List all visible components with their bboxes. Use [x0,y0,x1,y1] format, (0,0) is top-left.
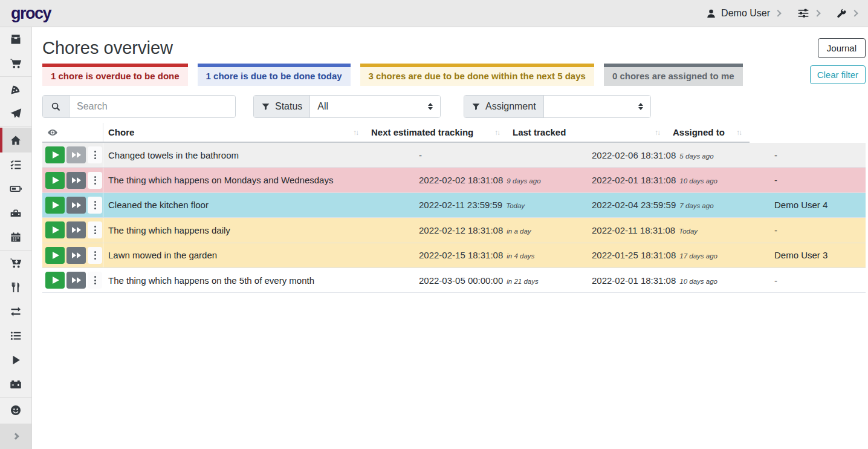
chevron-right-icon [12,433,19,439]
last-tracked-datetime: 2022-02-06 18:31:08 [592,150,676,160]
sidebar-item-feedback[interactable] [0,398,31,422]
banner-label: 3 chores are due to be done within the n… [360,67,594,86]
table-row: Cleaned the kitchen floor 2022-02-11 23:… [42,193,866,218]
next-tracking-datetime: 2022-02-11 23:59:59 [419,200,502,210]
next-tracking-datetime: 2022-02-12 18:31:08 [419,225,503,235]
chore-name: Cleaned the kitchen floor [103,200,414,210]
page-title: Chores overview [42,38,173,58]
status-banner-1[interactable]: 1 chore is due to be done today [198,64,351,86]
chevron-right-icon [814,10,820,16]
user-menu-label: Demo User [721,8,770,19]
track-chore-button[interactable] [45,172,65,189]
chore-context-menu-button[interactable] [88,221,102,238]
table-row: The thing which happens on the 5th of ev… [42,268,866,293]
column-header-chore[interactable]: Chore [103,123,366,142]
track-chore-button[interactable] [45,272,65,289]
row-actions [42,143,103,167]
status-select[interactable]: All [310,96,440,117]
settings-menu[interactable] [797,7,820,19]
next-tracking-cell: - [414,150,587,160]
sidebar-item-chore-tracking[interactable] [0,348,31,372]
last-tracked-cell: 2022-01-25 18:31:0817 days ago [587,250,769,260]
last-tracked-cell: 2022-02-01 18:31:0810 days ago [587,275,769,286]
skip-chore-button[interactable] [66,247,86,264]
fast-forward-icon [72,277,76,283]
column-header-last-tracked[interactable]: Last tracked [508,123,668,142]
play-icon [53,277,59,284]
clear-filter-button[interactable]: Clear filter [810,65,866,84]
track-chore-button[interactable] [45,221,65,238]
user-menu[interactable]: Demo User [706,8,780,19]
visibility-column-header [42,123,103,142]
skip-chore-button[interactable] [66,272,86,289]
sidebar-item-equipment[interactable] [0,201,31,225]
sidebar-divider [0,76,31,77]
next-tracking-relative: in 21 days [507,278,538,285]
admin-menu[interactable] [837,8,857,19]
status-banner-0[interactable]: 1 chore is overdue to be done [42,64,188,86]
last-tracked-datetime: 2022-02-11 18:31:08 [592,225,675,235]
row-actions [42,193,103,217]
sidebar-item-calendar[interactable] [0,225,31,249]
sidebar-item-transfer[interactable] [0,300,31,324]
table-row: The thing which happens on Mondays and W… [42,168,866,192]
table-row: Lawn mowed in the garden 2022-02-15 18:3… [42,243,866,268]
paper-plane-icon [10,108,22,120]
table-row: The thing which happens daily 2022-02-12… [42,218,866,243]
list-icon [10,330,22,342]
next-tracking-datetime: 2022-03-05 00:00:00 [419,275,503,286]
sidebar-item-meal-plan[interactable] [0,102,31,126]
chore-context-menu-button[interactable] [88,146,102,163]
sidebar-expand-button[interactable] [0,424,31,449]
status-banner-2[interactable]: 3 chores are due to be done within the n… [360,64,594,86]
status-banner-3[interactable]: 0 chores are assigned to me [604,64,743,86]
status-filter-group: Status All [253,95,441,118]
skip-chore-button[interactable] [66,221,86,238]
status-banner-row: 1 chore is overdue to be done 1 chore is… [42,64,866,86]
column-header-next-tracking[interactable]: Next estimated tracking [366,123,508,142]
sidebar-item-consume[interactable] [0,275,31,300]
journal-button[interactable]: Journal [818,38,866,58]
battery-icon [10,183,22,195]
track-chore-button[interactable] [45,146,65,163]
sidebar-item-purchase[interactable] [0,251,31,275]
search-input[interactable] [70,96,235,117]
last-tracked-datetime: 2022-02-04 23:59:59 [592,200,676,210]
assignment-select[interactable] [544,96,650,117]
search-icon [51,102,61,112]
last-tracked-relative: 10 days ago [679,278,717,285]
select-caret-icon [638,103,643,110]
calendar-icon [10,231,22,243]
column-header-assigned-to[interactable]: Assigned to [668,123,750,142]
sidebar-item-inventory[interactable] [0,324,31,348]
row-actions [42,218,103,242]
sidebar-item-shopping-list[interactable] [0,51,31,76]
last-tracked-relative: 17 days ago [679,252,717,260]
table-header: Chore Next estimated tracking Last track… [42,123,750,143]
skip-chore-button[interactable] [66,197,86,214]
chore-name: The thing which happens on Mondays and W… [103,175,414,185]
track-chore-button[interactable] [45,197,65,214]
toolbox-icon [10,207,22,219]
cart-plus-icon [10,257,22,269]
sidebar-item-recipes[interactable] [0,77,31,102]
sidebar-item-battery-tracking[interactable] [0,372,31,396]
sidebar-item-tasks[interactable] [0,152,31,177]
grocy-logo[interactable]: grocy [11,4,51,23]
skip-chore-button[interactable] [66,172,86,189]
assigned-user: Demo User 4 [769,200,866,210]
chore-context-menu-button[interactable] [88,172,102,189]
sidebar-item-chores[interactable] [0,128,31,152]
chore-context-menu-button[interactable] [88,197,102,214]
track-chore-button[interactable] [45,247,65,264]
sidebar-item-stock[interactable] [0,27,31,51]
chore-name: The thing which happens on the 5th of ev… [103,275,414,286]
next-tracking-datetime: - [419,150,422,160]
skip-chore-button[interactable] [66,146,86,163]
chore-context-menu-button[interactable] [88,272,102,289]
assigned-user: - [769,225,866,235]
sidebar-divider [0,126,31,127]
chore-context-menu-button[interactable] [88,247,102,264]
last-tracked-cell: 2022-02-04 23:59:597 days ago [587,200,769,210]
sidebar-item-batteries[interactable] [0,177,31,201]
